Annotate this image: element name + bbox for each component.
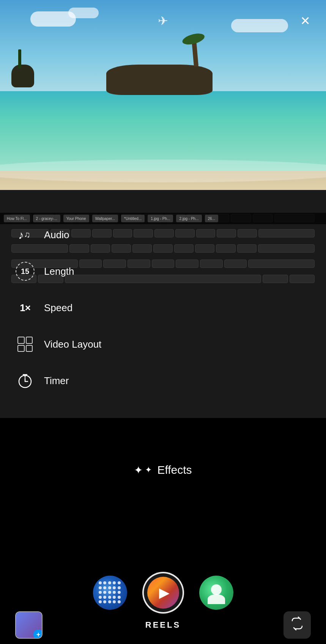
effects-label: Effects <box>157 464 192 476</box>
effects-section[interactable]: ✦ ✦ Effects <box>0 464 326 476</box>
svg-text:♫: ♫ <box>24 230 30 239</box>
options-menu: ♪ ♫ Audio 15 Length 1× Speed <box>0 217 144 399</box>
taskbar-item: 2.jpg - Ph... <box>176 215 202 222</box>
timer-label: Timer <box>44 375 69 387</box>
bottom-toolbar: ▶ + REELS <box>0 568 326 644</box>
video-layout-option[interactable]: Video Layout <box>0 326 144 362</box>
wave <box>0 160 326 182</box>
speed-value: 1× <box>20 302 30 314</box>
audio-label: Audio <box>44 229 69 241</box>
flash-button[interactable]: ✈ <box>154 11 173 30</box>
record-button-inner: ▶ <box>147 577 179 609</box>
timer-option[interactable]: Timer <box>0 362 144 399</box>
island-center <box>95 46 228 95</box>
grid-icon <box>17 336 33 353</box>
flash-icon: ✈ <box>158 14 168 28</box>
flip-camera-icon <box>290 616 304 634</box>
audio-icon: ♪ ♫ <box>15 225 35 245</box>
video-layout-label: Video Layout <box>44 339 101 350</box>
profile-head <box>211 584 222 595</box>
length-icon: 15 <box>15 261 35 281</box>
taskbar-item: 1.jpg - Ph... <box>148 215 173 222</box>
taskbar-item: 26... <box>205 215 218 222</box>
reels-label: REELS <box>145 620 181 630</box>
profile-body <box>208 594 225 604</box>
speed-icon: 1× <box>15 298 35 318</box>
flip-camera-button[interactable] <box>283 611 311 639</box>
length-option[interactable]: 15 Length <box>0 253 144 290</box>
effects-sparkle-icon: ✦ <box>134 464 143 476</box>
speed-label: Speed <box>44 302 72 314</box>
dots-pattern <box>93 576 127 610</box>
effects-sparkle-icon-2: ✦ <box>145 465 152 475</box>
video-layout-icon <box>15 334 35 354</box>
profile-camera-button[interactable] <box>199 576 233 610</box>
length-label: Length <box>44 266 74 277</box>
profile-silhouette <box>205 581 228 604</box>
top-camera-controls: ✈ ✕ <box>0 0 326 46</box>
length-circle: 15 <box>16 262 35 281</box>
timer-icon <box>15 371 35 391</box>
close-button[interactable]: ✕ <box>296 11 315 30</box>
speed-option[interactable]: 1× Speed <box>0 290 144 326</box>
gallery-thumbnail[interactable]: + <box>15 611 43 639</box>
add-to-gallery-badge: + <box>33 630 43 639</box>
island-left <box>8 49 38 87</box>
effects-camera-button[interactable] <box>93 576 127 610</box>
svg-text:♪: ♪ <box>18 229 24 241</box>
close-icon: ✕ <box>300 14 310 28</box>
reels-play-icon: ▶ <box>159 585 170 601</box>
bottom-nav: + REELS <box>0 606 326 644</box>
audio-option[interactable]: ♪ ♫ Audio <box>0 217 144 253</box>
